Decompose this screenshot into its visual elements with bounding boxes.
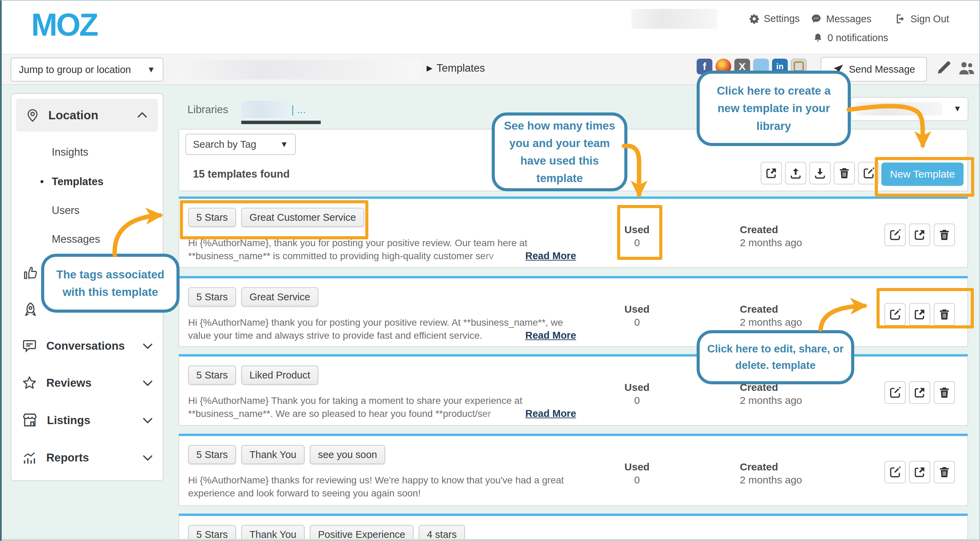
redacted-active-library-tab[interactable] xyxy=(241,101,286,118)
read-more-link[interactable]: Read More xyxy=(481,329,576,343)
chevron-down-icon xyxy=(141,413,154,427)
share-template-button[interactable] xyxy=(909,461,930,484)
moz-local-templates-page: MOZ Settings Messages Sign Out 0 notific… xyxy=(0,0,980,541)
share-icon xyxy=(913,386,926,399)
sign-out-icon xyxy=(895,13,906,25)
active-bullet-icon: • xyxy=(40,176,44,188)
sidebar-group-reports[interactable]: Reports xyxy=(22,450,154,466)
delete-template-button[interactable] xyxy=(934,303,955,326)
delete-template-button[interactable] xyxy=(934,381,955,404)
tag-chip: see you soon xyxy=(310,445,385,464)
chart-icon xyxy=(22,450,37,466)
read-more-link[interactable]: Read More xyxy=(481,407,576,421)
sign-out-link[interactable]: Sign Out xyxy=(895,13,949,25)
sidebar-item-templates[interactable]: Templates xyxy=(52,176,103,188)
settings-label: Settings xyxy=(764,13,800,24)
callout-tags-text: The tags associated with this template xyxy=(50,266,170,301)
sidebar-item-insights[interactable]: Insights xyxy=(52,146,88,158)
edit-icon xyxy=(889,228,902,241)
tag-chip: Positive Experience xyxy=(310,525,414,541)
sidebar-location-header[interactable]: Location xyxy=(16,99,158,132)
rocket-icon[interactable] xyxy=(22,302,39,318)
edit-icon xyxy=(889,386,902,399)
settings-link[interactable]: Settings xyxy=(749,13,800,24)
share-template-button[interactable] xyxy=(909,303,930,326)
tag-chip: 5 Stars xyxy=(188,445,236,464)
tag-chip: Great Service xyxy=(241,287,318,306)
row-actions xyxy=(885,461,955,484)
people-icon[interactable] xyxy=(957,59,975,77)
template-tags: 5 Stars Great Service xyxy=(188,287,318,306)
listings-label: Listings xyxy=(47,414,132,427)
sidebar-group-listings[interactable]: Listings xyxy=(22,412,154,429)
search-by-tag-dropdown[interactable]: Search by Tag ▼ xyxy=(185,134,296,155)
used-column: Used 0 xyxy=(616,381,657,407)
chevron-down-icon xyxy=(141,376,154,390)
row-actions xyxy=(885,303,955,326)
sidebar-item-messages[interactable]: Messages xyxy=(52,233,100,246)
used-column: Used 0 xyxy=(616,461,657,486)
edit-template-button[interactable] xyxy=(885,381,906,404)
library-select-dropdown[interactable]: ▼ xyxy=(851,97,968,121)
used-label: Used xyxy=(616,223,657,236)
read-more-link[interactable]: Read More xyxy=(481,250,576,263)
redacted-location-name xyxy=(177,60,421,80)
callout-tags: The tags associated with this template xyxy=(41,254,180,313)
template-tags: 5 Stars Great Customer Service xyxy=(188,208,364,227)
download-templates-button[interactable] xyxy=(809,162,830,184)
messages-label: Messages xyxy=(826,13,871,25)
tag-chip: 5 Stars xyxy=(188,287,236,306)
edit-template-button[interactable] xyxy=(885,303,906,326)
jump-to-group-dropdown[interactable]: Jump to group or location ▼ xyxy=(11,57,164,81)
callout-usage-text: See how many times you and your team hav… xyxy=(501,117,618,187)
new-template-button[interactable]: New Template xyxy=(881,163,964,186)
share-template-button[interactable] xyxy=(909,381,930,404)
template-tags: 5 Stars Liked Product xyxy=(188,365,318,385)
created-value: 2 months ago xyxy=(740,394,802,407)
sidebar-group-conversations[interactable]: Conversations xyxy=(22,338,154,354)
download-icon xyxy=(813,167,826,180)
share-template-button[interactable] xyxy=(909,223,930,246)
pencil-icon[interactable] xyxy=(936,59,952,76)
callout-create-template: Click here to create a new template in y… xyxy=(697,71,851,146)
upload-templates-button[interactable] xyxy=(785,162,806,184)
template-row-5: 5 Stars Thank You Positive Experience 4 … xyxy=(178,514,968,541)
delete-templates-button[interactable] xyxy=(834,162,855,184)
chevron-down-icon xyxy=(141,451,154,464)
callout-usage: See how many times you and your team hav… xyxy=(492,112,627,191)
template-tags: 5 Stars Thank You see you soon xyxy=(188,445,385,464)
trash-icon xyxy=(938,386,951,399)
thumbs-up-icon[interactable] xyxy=(22,265,38,281)
tab-more-link[interactable]: | ... xyxy=(291,104,306,116)
edit-icon xyxy=(889,308,902,321)
jump-to-group-label: Jump to group or location xyxy=(19,64,131,75)
used-value: 0 xyxy=(616,236,657,249)
edit-templates-button[interactable] xyxy=(858,162,879,184)
template-tags: 5 Stars Thank You Positive Experience 4 … xyxy=(188,525,465,541)
notifications-label: 0 notifications xyxy=(827,32,888,43)
delete-template-button[interactable] xyxy=(934,461,955,484)
notifications-link[interactable]: 0 notifications xyxy=(813,32,888,43)
used-column: Used 0 xyxy=(616,223,657,249)
active-tab-underline xyxy=(241,121,321,124)
edit-template-button[interactable] xyxy=(885,223,906,246)
share-icon xyxy=(765,167,778,180)
sidebar-group-reviews[interactable]: Reviews xyxy=(22,375,154,391)
messages-link[interactable]: Messages xyxy=(810,13,871,25)
share-templates-button[interactable] xyxy=(761,162,782,184)
trash-icon xyxy=(938,308,951,321)
star-icon xyxy=(22,375,37,391)
moz-logo[interactable]: MOZ xyxy=(31,7,97,43)
callout-create-template-text: Click here to create a new template in y… xyxy=(706,82,842,134)
template-row-4: 5 Stars Thank You see you soon Hi {%Auth… xyxy=(178,434,968,506)
used-column: Used 0 xyxy=(616,303,657,329)
search-by-tag-label: Search by Tag xyxy=(193,139,256,150)
edit-template-button[interactable] xyxy=(885,461,906,484)
created-column: Created 2 months ago xyxy=(740,381,802,407)
breadcrumb-templates[interactable]: Templates xyxy=(436,62,485,74)
delete-template-button[interactable] xyxy=(934,223,955,246)
tag-chip: 5 Stars xyxy=(188,525,236,541)
libraries-label: Libraries xyxy=(188,104,228,116)
trash-icon xyxy=(938,228,951,241)
sidebar-item-users[interactable]: Users xyxy=(52,204,80,217)
